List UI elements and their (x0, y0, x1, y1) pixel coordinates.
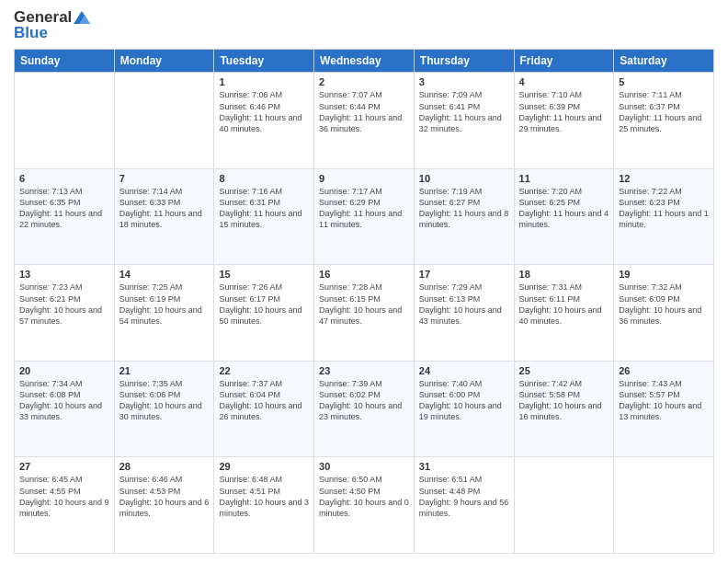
calendar-cell: 30Sunrise: 6:50 AMSunset: 4:50 PMDayligh… (314, 457, 415, 554)
cell-info: Sunrise: 6:51 AMSunset: 4:48 PMDaylight:… (419, 474, 509, 519)
day-number: 30 (319, 461, 409, 472)
cell-info: Sunrise: 7:23 AMSunset: 6:21 PMDaylight:… (19, 282, 109, 327)
cell-info: Sunrise: 6:50 AMSunset: 4:50 PMDaylight:… (319, 474, 409, 519)
cell-info: Sunrise: 7:29 AMSunset: 6:13 PMDaylight:… (419, 282, 509, 327)
cell-info: Sunrise: 7:32 AMSunset: 6:09 PMDaylight:… (619, 282, 709, 327)
cell-info: Sunrise: 7:28 AMSunset: 6:15 PMDaylight:… (319, 282, 409, 327)
weekday-header: Wednesday (314, 50, 415, 73)
calendar-week-row: 20Sunrise: 7:34 AMSunset: 6:08 PMDayligh… (15, 361, 714, 457)
weekday-header: Friday (514, 50, 614, 73)
day-number: 27 (19, 461, 109, 472)
logo: General Blue (14, 9, 92, 41)
calendar-cell: 7Sunrise: 7:14 AMSunset: 6:33 PMDaylight… (114, 168, 214, 265)
day-number: 24 (419, 365, 509, 376)
weekday-header: Thursday (414, 50, 514, 73)
cell-info: Sunrise: 7:13 AMSunset: 6:35 PMDaylight:… (19, 186, 109, 231)
day-number: 10 (419, 173, 509, 184)
calendar-cell: 4Sunrise: 7:10 AMSunset: 6:39 PMDaylight… (514, 73, 614, 169)
day-number: 26 (619, 365, 709, 376)
calendar-week-row: 13Sunrise: 7:23 AMSunset: 6:21 PMDayligh… (15, 265, 714, 362)
cell-info: Sunrise: 7:37 AMSunset: 6:04 PMDaylight:… (219, 378, 309, 423)
cell-info: Sunrise: 7:19 AMSunset: 6:27 PMDaylight:… (419, 186, 509, 231)
cell-info: Sunrise: 7:40 AMSunset: 6:00 PMDaylight:… (419, 378, 509, 423)
calendar-cell: 16Sunrise: 7:28 AMSunset: 6:15 PMDayligh… (314, 265, 415, 362)
day-number: 19 (619, 269, 709, 280)
day-number: 31 (419, 461, 509, 472)
page: General Blue SundayMondayTuesdayWednesda… (0, 0, 728, 563)
calendar-cell: 18Sunrise: 7:31 AMSunset: 6:11 PMDayligh… (514, 265, 614, 362)
calendar: SundayMondayTuesdayWednesdayThursdayFrid… (14, 49, 714, 554)
day-number: 13 (19, 269, 109, 280)
weekday-header: Tuesday (214, 50, 314, 73)
calendar-cell: 11Sunrise: 7:20 AMSunset: 6:25 PMDayligh… (514, 168, 614, 265)
calendar-week-row: 27Sunrise: 6:45 AMSunset: 4:55 PMDayligh… (15, 457, 714, 554)
calendar-cell: 12Sunrise: 7:22 AMSunset: 6:23 PMDayligh… (614, 168, 714, 265)
weekday-header: Saturday (614, 50, 714, 73)
calendar-cell: 23Sunrise: 7:39 AMSunset: 6:02 PMDayligh… (314, 361, 415, 457)
cell-info: Sunrise: 7:17 AMSunset: 6:29 PMDaylight:… (319, 186, 409, 231)
day-number: 9 (319, 173, 409, 184)
header: General Blue (14, 9, 714, 41)
day-number: 12 (619, 173, 709, 184)
cell-info: Sunrise: 7:42 AMSunset: 5:58 PMDaylight:… (519, 378, 609, 423)
logo-icon (72, 9, 92, 26)
cell-info: Sunrise: 7:11 AMSunset: 6:37 PMDaylight:… (619, 89, 709, 134)
calendar-cell: 17Sunrise: 7:29 AMSunset: 6:13 PMDayligh… (414, 265, 514, 362)
day-number: 29 (219, 461, 309, 472)
calendar-cell: 10Sunrise: 7:19 AMSunset: 6:27 PMDayligh… (414, 168, 514, 265)
cell-info: Sunrise: 7:20 AMSunset: 6:25 PMDaylight:… (519, 186, 609, 231)
calendar-cell: 6Sunrise: 7:13 AMSunset: 6:35 PMDaylight… (15, 168, 115, 265)
calendar-cell: 3Sunrise: 7:09 AMSunset: 6:41 PMDaylight… (414, 73, 514, 169)
weekday-header: Monday (114, 50, 214, 73)
cell-info: Sunrise: 7:07 AMSunset: 6:44 PMDaylight:… (319, 89, 409, 134)
cell-info: Sunrise: 7:34 AMSunset: 6:08 PMDaylight:… (19, 378, 109, 423)
calendar-cell: 24Sunrise: 7:40 AMSunset: 6:00 PMDayligh… (414, 361, 514, 457)
calendar-cell: 29Sunrise: 6:48 AMSunset: 4:51 PMDayligh… (214, 457, 314, 554)
calendar-cell: 8Sunrise: 7:16 AMSunset: 6:31 PMDaylight… (214, 168, 314, 265)
cell-info: Sunrise: 7:35 AMSunset: 6:06 PMDaylight:… (119, 378, 210, 423)
day-number: 18 (519, 269, 609, 280)
day-number: 22 (219, 365, 309, 376)
calendar-cell: 2Sunrise: 7:07 AMSunset: 6:44 PMDaylight… (314, 73, 415, 169)
cell-info: Sunrise: 6:46 AMSunset: 4:53 PMDaylight:… (119, 474, 210, 519)
day-number: 8 (219, 173, 309, 184)
day-number: 6 (19, 173, 109, 184)
day-number: 17 (419, 269, 509, 280)
calendar-cell: 9Sunrise: 7:17 AMSunset: 6:29 PMDaylight… (314, 168, 415, 265)
cell-info: Sunrise: 7:26 AMSunset: 6:17 PMDaylight:… (219, 282, 309, 327)
calendar-cell (514, 457, 614, 554)
day-number: 20 (19, 365, 109, 376)
weekday-header: Sunday (15, 50, 115, 73)
day-number: 28 (119, 461, 210, 472)
cell-info: Sunrise: 6:45 AMSunset: 4:55 PMDaylight:… (19, 474, 109, 519)
day-number: 16 (319, 269, 409, 280)
day-number: 1 (219, 76, 309, 87)
calendar-cell: 1Sunrise: 7:06 AMSunset: 6:46 PMDaylight… (214, 73, 314, 169)
cell-info: Sunrise: 7:22 AMSunset: 6:23 PMDaylight:… (619, 186, 709, 231)
logo-blue: Blue (14, 25, 92, 42)
cell-info: Sunrise: 7:31 AMSunset: 6:11 PMDaylight:… (519, 282, 609, 327)
day-number: 2 (319, 76, 409, 87)
calendar-cell: 5Sunrise: 7:11 AMSunset: 6:37 PMDaylight… (614, 73, 714, 169)
cell-info: Sunrise: 7:43 AMSunset: 5:57 PMDaylight:… (619, 378, 709, 423)
day-number: 23 (319, 365, 409, 376)
calendar-week-row: 6Sunrise: 7:13 AMSunset: 6:35 PMDaylight… (15, 168, 714, 265)
cell-info: Sunrise: 7:25 AMSunset: 6:19 PMDaylight:… (119, 282, 210, 327)
calendar-cell: 22Sunrise: 7:37 AMSunset: 6:04 PMDayligh… (214, 361, 314, 457)
cell-info: Sunrise: 7:39 AMSunset: 6:02 PMDaylight:… (319, 378, 409, 423)
day-number: 4 (519, 76, 609, 87)
day-number: 7 (119, 173, 210, 184)
calendar-cell: 28Sunrise: 6:46 AMSunset: 4:53 PMDayligh… (114, 457, 214, 554)
cell-info: Sunrise: 7:09 AMSunset: 6:41 PMDaylight:… (419, 89, 509, 134)
calendar-cell (15, 73, 115, 169)
calendar-week-row: 1Sunrise: 7:06 AMSunset: 6:46 PMDaylight… (15, 73, 714, 169)
calendar-cell: 14Sunrise: 7:25 AMSunset: 6:19 PMDayligh… (114, 265, 214, 362)
calendar-cell: 31Sunrise: 6:51 AMSunset: 4:48 PMDayligh… (414, 457, 514, 554)
day-number: 15 (219, 269, 309, 280)
calendar-cell (614, 457, 714, 554)
calendar-cell: 26Sunrise: 7:43 AMSunset: 5:57 PMDayligh… (614, 361, 714, 457)
cell-info: Sunrise: 7:10 AMSunset: 6:39 PMDaylight:… (519, 89, 609, 134)
day-number: 21 (119, 365, 210, 376)
calendar-cell: 20Sunrise: 7:34 AMSunset: 6:08 PMDayligh… (15, 361, 115, 457)
day-number: 3 (419, 76, 509, 87)
